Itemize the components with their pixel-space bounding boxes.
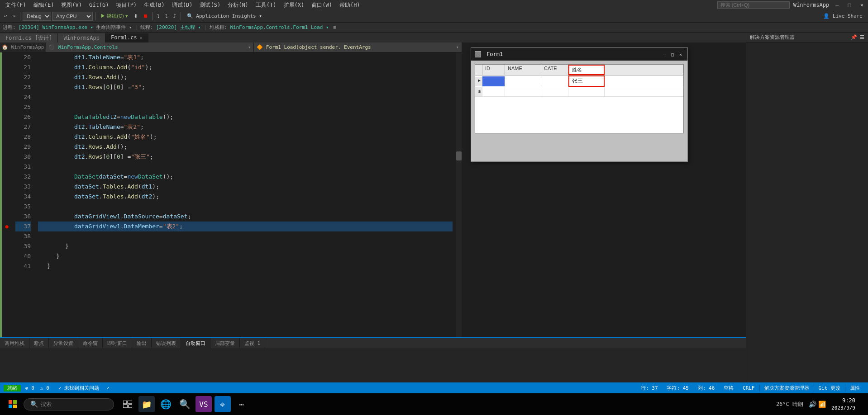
menu-extensions[interactable]: 扩展(X)	[280, 0, 308, 10]
solution-settings[interactable]: ☰	[860, 34, 864, 40]
menu-edit[interactable]: 编辑(E)	[30, 0, 58, 10]
menu-view[interactable]: 视图(V)	[57, 0, 86, 10]
menu-debug[interactable]: 调试(D)	[168, 0, 196, 10]
code-line-37: ➤ dataGridView1.DataMember = "表2";	[38, 222, 453, 231]
toolbar-undo-icon[interactable]: ↩	[2, 12, 10, 20]
maximize-icon[interactable]: □	[845, 2, 854, 8]
stack-dropdown[interactable]: WinFormsApp.Controls.Form1_Load ▾	[230, 24, 329, 30]
taskbar-search[interactable]: 🔍 搜索	[24, 398, 114, 410]
debug-tab-output[interactable]: 输出	[132, 338, 152, 348]
code-lines[interactable]: dt1.TableName = "表1"; dt1.Columns.Add("i…	[34, 52, 456, 382]
debug-tab-exceptions[interactable]: 异常设置	[49, 338, 78, 348]
method-dropdown[interactable]: 🔶 Form1_Load(object sender, EventArgs ▾	[254, 42, 462, 52]
menu-window[interactable]: 窗口(W)	[308, 0, 336, 10]
cell-id-new[interactable]	[482, 87, 505, 96]
close-icon[interactable]: ✕	[858, 2, 866, 8]
properties-link[interactable]: 属性	[845, 385, 864, 391]
minimize-icon[interactable]: —	[833, 2, 841, 8]
stack-expand[interactable]: ⊞	[334, 24, 337, 30]
step-into-icon[interactable]: ⤵	[163, 12, 170, 20]
explorer-icon[interactable]: 📁	[138, 396, 155, 412]
clock[interactable]: 9:20 2023/9/9	[831, 397, 855, 411]
network-icon[interactable]: 📶	[818, 401, 826, 408]
winform-maximize-btn[interactable]: □	[669, 51, 676, 57]
debug-tab-immediate[interactable]: 即时窗口	[103, 338, 132, 348]
speakers-icon[interactable]: 🔊	[809, 401, 816, 408]
datagrid-header-cate[interactable]: CATE	[541, 65, 568, 75]
tab-form1cs[interactable]: Form1.cs ✕	[105, 33, 148, 42]
menu-file[interactable]: 文件(F)	[2, 0, 30, 10]
taskview-icon[interactable]	[119, 396, 136, 412]
lifecycle-label[interactable]: 生命周期事件 ▾	[96, 24, 132, 31]
search-input[interactable]	[717, 1, 790, 9]
datagrid-header-fullname[interactable]: 姓名	[568, 65, 605, 75]
menu-analyze[interactable]: 分析(N)	[224, 0, 252, 10]
datagrid-row-1[interactable]: ▶ 张三	[475, 75, 683, 87]
cell-id-1[interactable]	[482, 76, 505, 86]
debug-panels: 调用堆栈 断点 异常设置 命令窗 即时窗口 输出 错误列表 自动窗口 局部变量 …	[0, 337, 746, 382]
start-button[interactable]	[4, 395, 22, 413]
step-over-icon[interactable]: ⤵	[155, 12, 162, 20]
run-button[interactable]: ▶ 继续(C) ▾	[98, 12, 130, 20]
debug-tab-locals[interactable]: 局部变量	[210, 338, 240, 348]
svg-rect-3	[13, 405, 17, 408]
cell-fullname-new[interactable]	[568, 87, 605, 96]
menu-git[interactable]: Git(G)	[86, 1, 112, 9]
tab-close-icon[interactable]: ✕	[140, 35, 143, 40]
cell-cate-1[interactable]	[541, 77, 568, 86]
edge-icon[interactable]: 🌐	[157, 396, 174, 412]
cell-cate-new[interactable]	[541, 87, 568, 96]
code-line-21: dt1.Columns.Add("id");	[38, 62, 453, 72]
menu-build[interactable]: 生成(B)	[140, 0, 168, 10]
code-line-25	[38, 102, 453, 112]
step-out-icon[interactable]: ⤴	[171, 12, 178, 20]
toolbar-redo-icon[interactable]: ↪	[10, 12, 18, 20]
vs-icon[interactable]: VS	[196, 396, 212, 412]
menu-help[interactable]: 帮助(H)	[336, 0, 364, 10]
process-value[interactable]: [20364] WinFormsApp.exe ▾	[19, 24, 94, 30]
winform-preview[interactable]: Form1 — □ ✕ ID NAME CATE 姓名 ▶ 张三	[471, 47, 688, 162]
thread-value[interactable]: [20020] 主线程 ▾	[156, 24, 201, 31]
debug-mode-dropdown[interactable]: Debug	[23, 12, 51, 21]
stop-icon[interactable]: ⏹	[141, 12, 150, 20]
debug-tab-errorlist[interactable]: 错误列表	[152, 338, 181, 348]
datagrid-header-row-indicator	[475, 65, 482, 75]
stack-label: 堆栈框:	[210, 24, 228, 31]
solution-content	[746, 42, 868, 382]
search-icon2[interactable]: 🔍	[176, 396, 193, 412]
tab-form1-design[interactable]: Form1.cs [设计]	[0, 33, 58, 42]
git-changes-link[interactable]: Git 更改	[814, 385, 845, 391]
menu-tools[interactable]: 工具(T)	[252, 0, 280, 10]
datagrid-header-name[interactable]: NAME	[505, 65, 541, 75]
solution-pin[interactable]: 📌	[851, 34, 857, 40]
cpu-dropdown[interactable]: Any CPU	[52, 12, 93, 21]
solution-explorer-link[interactable]: 解决方案资源管理器	[759, 385, 814, 391]
debug-tab-watch[interactable]: 监视 1	[240, 338, 265, 348]
cell-name-1[interactable]	[505, 77, 541, 86]
cell-fullname-1-editing[interactable]: 张三	[568, 75, 605, 87]
app-insights-btn[interactable]: 🔍 Application Insights ▾	[183, 12, 266, 20]
debug-tab-callstack[interactable]: 调用堆栈	[0, 338, 29, 348]
winform-close-btn[interactable]: ✕	[677, 51, 684, 57]
editor-scrollbar[interactable]	[456, 52, 462, 382]
error-indicator[interactable]: ⊗ 0 ⚠ 0	[21, 385, 54, 391]
winform-minimize-btn[interactable]: —	[661, 51, 668, 57]
cell-name-new[interactable]	[505, 87, 541, 96]
debug-tab-breakpoints[interactable]: 断点	[29, 338, 49, 348]
code-line-36: dataGridView1.DataSource = dataSet;	[38, 212, 453, 222]
menu-project[interactable]: 项目(P)	[112, 0, 140, 10]
vscode-icon[interactable]: ⎆	[215, 396, 231, 412]
datagrid-header-id[interactable]: ID	[482, 65, 505, 75]
live-share-btn[interactable]: 👤 Live Share	[820, 12, 866, 20]
datagrid-control[interactable]: ID NAME CATE 姓名 ▶ 张三 ✱	[475, 64, 684, 133]
menu-test[interactable]: 测试(S)	[196, 0, 224, 10]
debug-tab-command[interactable]: 命令窗	[78, 338, 103, 348]
code-editor[interactable]: ● 20 21 22 23 24 25 26 27 28 29 30 31 32…	[0, 52, 462, 382]
datagrid-new-row[interactable]: ✱	[475, 87, 683, 97]
pause-icon[interactable]: ⏸	[132, 12, 140, 20]
class-dropdown[interactable]: ⚫ WinFormsApp.Controls ▾	[46, 42, 254, 52]
tab-winformsapp[interactable]: WinFormsApp	[58, 33, 105, 42]
dots-icon[interactable]: ⋯	[234, 396, 250, 412]
debug-tab-autos[interactable]: 自动窗口	[181, 338, 210, 348]
check-icon[interactable]: ✓	[104, 385, 112, 391]
